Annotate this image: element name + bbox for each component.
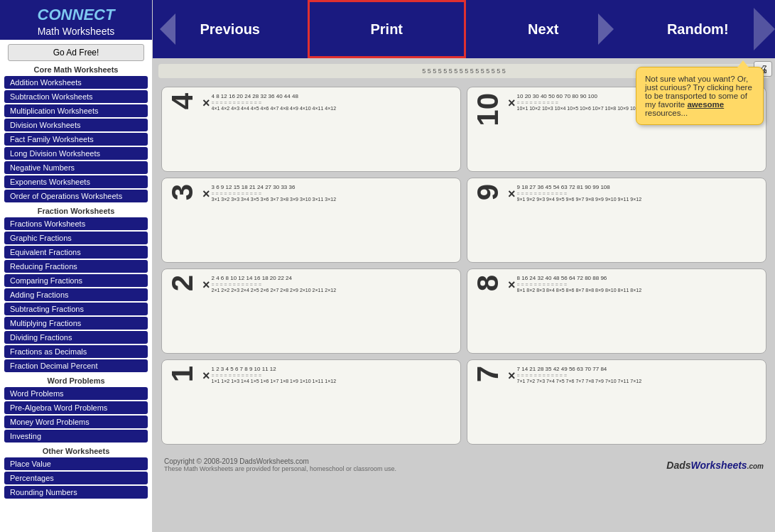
times-table-1: 1 × 1 2 3 4 5 6 7 8 9 10 11 12 = = = = =… <box>161 359 461 445</box>
sidebar-link-fraction-decimal-percent[interactable]: Fraction Decimal Percent <box>4 359 148 372</box>
times-table-7: 7 × 7 14 21 28 35 42 49 56 63 70 77 84 =… <box>467 359 766 445</box>
top-nav: Previous Print Next Random! <box>153 0 775 58</box>
sidebar: CONNECT Math Worksheets Go Ad Free! Core… <box>0 0 153 532</box>
go-ad-free-button[interactable]: Go Ad Free! <box>8 44 145 61</box>
sidebar-link-addition-worksheets[interactable]: Addition Worksheets <box>4 76 148 89</box>
sidebar-link-multiplication-worksheets[interactable]: Multiplication Worksheets <box>4 104 148 117</box>
sidebar-link-percentages[interactable]: Percentages <box>4 472 148 484</box>
times-table-3: 3 × 3 6 9 12 15 18 21 24 27 30 33 36 = =… <box>161 178 461 263</box>
previous-button[interactable]: Previous <box>153 0 308 58</box>
fraction-section-title: Fraction Worksheets <box>0 207 152 215</box>
word-section-title: Word Problems <box>0 376 152 385</box>
math-worksheets-label: Math Worksheets <box>7 26 145 37</box>
sidebar-link-investing[interactable]: Investing <box>4 430 148 443</box>
sidebar-header: CONNECT Math Worksheets <box>0 0 152 40</box>
sidebar-link-reducing-fractions[interactable]: Reducing Fractions <box>4 260 148 273</box>
other-links-group: Place ValuePercentagesRounding Numbers <box>0 457 152 499</box>
tooltip[interactable]: Not sure what you want? Or, just curious… <box>636 67 764 125</box>
worksheet-grid: 4 × 4 8 12 16 20 24 28 32 36 40 44 48 = … <box>158 84 769 447</box>
sidebar-link-equivalent-fractions[interactable]: Equivalent Fractions <box>4 246 148 259</box>
sidebar-link-subtraction-worksheets[interactable]: Subtraction Worksheets <box>4 90 148 103</box>
sidebar-link-fractions-worksheets[interactable]: Fractions Worksheets <box>4 217 148 230</box>
next-button[interactable]: Next <box>466 0 621 58</box>
times-table-8: 8 × 8 16 24 32 40 48 56 64 72 80 88 96 =… <box>467 268 766 354</box>
sidebar-link-graphic-fractions[interactable]: Graphic Fractions <box>4 232 148 244</box>
sidebar-link-long-division-worksheets[interactable]: Long Division Worksheets <box>4 147 148 160</box>
sidebar-link-word-problems[interactable]: Word Problems <box>4 387 148 400</box>
dads-worksheets-logo: DadsWorksheets.com <box>666 460 764 471</box>
sidebar-link-place-value[interactable]: Place Value <box>4 457 148 470</box>
times-table-4: 4 × 4 8 12 16 20 24 28 32 36 40 44 48 = … <box>161 87 461 172</box>
word-links-group: Word ProblemsPre-Algebra Word ProblemsMo… <box>0 387 152 443</box>
content-area: 🖨 Not sure what you want? Or, just curio… <box>153 58 775 532</box>
sidebar-link-subtracting-fractions[interactable]: Subtracting Fractions <box>4 303 148 315</box>
sidebar-link-money-word-problems[interactable]: Money Word Problems <box>4 416 148 428</box>
connect-title: CONNECT <box>7 6 145 24</box>
print-button[interactable]: Print <box>308 0 467 58</box>
core-section-title: Core Math Worksheets <box>0 65 152 74</box>
sidebar-link-exponents-worksheets[interactable]: Exponents Worksheets <box>4 175 148 188</box>
copyright-text: Copyright © 2008-2019 DadsWorksheets.com <box>164 457 396 465</box>
core-links-group: Addition WorksheetsSubtraction Worksheet… <box>0 76 152 202</box>
times-table-9: 9 × 9 18 27 36 45 54 63 72 81 90 99 108 … <box>467 178 766 263</box>
sidebar-link-rounding-numbers[interactable]: Rounding Numbers <box>4 486 148 499</box>
random-button[interactable]: Random! <box>621 0 776 58</box>
sidebar-link-pre-algebra-word-problems[interactable]: Pre-Algebra Word Problems <box>4 401 148 414</box>
sidebar-link-multiplying-fractions[interactable]: Multiplying Fractions <box>4 317 148 330</box>
sidebar-link-adding-fractions[interactable]: Adding Fractions <box>4 288 148 301</box>
sidebar-link-negative-numbers[interactable]: Negative Numbers <box>4 161 148 174</box>
fraction-links-group: Fractions WorksheetsGraphic FractionsEqu… <box>0 217 152 372</box>
sidebar-link-dividing-fractions[interactable]: Dividing Fractions <box>4 331 148 344</box>
sidebar-link-fact-family-worksheets[interactable]: Fact Family Worksheets <box>4 133 148 146</box>
main-content: Previous Print Next Random! 🖨 Not sure w… <box>153 0 775 532</box>
sidebar-link-comparing-fractions[interactable]: Comparing Fractions <box>4 274 148 287</box>
tooltip-awesome: awesome <box>687 100 724 109</box>
rights-text: These Math Worksheets are provided for p… <box>164 465 396 472</box>
other-section-title: Other Worksheets <box>0 447 152 455</box>
tooltip-text2: resources... <box>645 109 688 117</box>
sidebar-link-order-of-operations-worksheets[interactable]: Order of Operations Worksheets <box>4 190 148 202</box>
sidebar-link-fractions-as-decimals[interactable]: Fractions as Decimals <box>4 345 148 358</box>
times-table-2: 2 × 2 4 6 8 10 12 14 16 18 20 22 24 = = … <box>161 268 461 354</box>
sidebar-link-division-worksheets[interactable]: Division Worksheets <box>4 119 148 131</box>
